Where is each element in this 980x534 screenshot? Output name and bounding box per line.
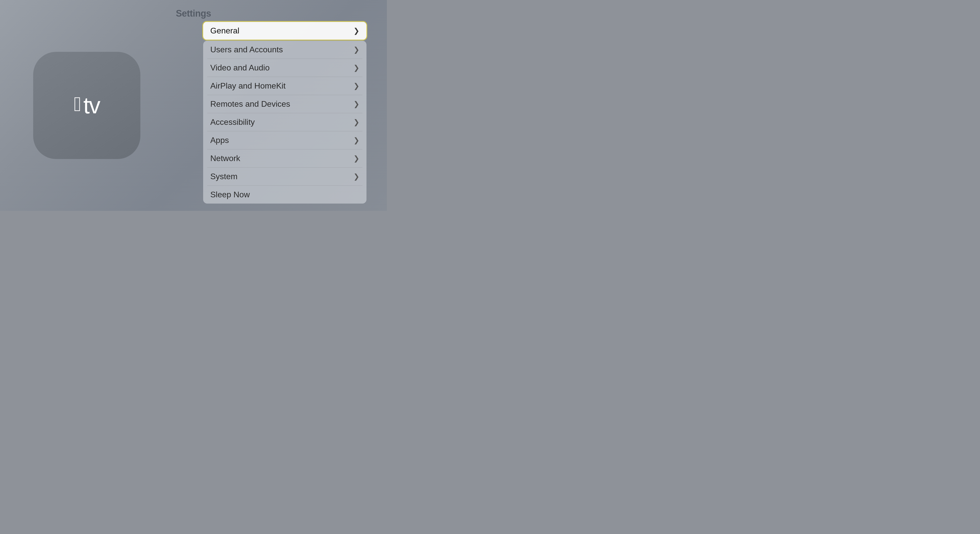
menu-item-video-audio[interactable]: Video and Audio ❯ bbox=[203, 59, 366, 77]
apple-icon:  bbox=[74, 94, 81, 114]
chevron-icon-general: ❯ bbox=[353, 27, 360, 35]
menu-item-airplay-homekit[interactable]: AirPlay and HomeKit ❯ bbox=[203, 77, 366, 95]
menu-item-label-airplay-homekit: AirPlay and HomeKit bbox=[210, 81, 286, 91]
menu-item-network[interactable]: Network ❯ bbox=[203, 149, 366, 167]
chevron-icon-system: ❯ bbox=[353, 172, 360, 181]
apple-tv-logo:  tv bbox=[33, 52, 140, 159]
menu-item-general[interactable]: General ❯ bbox=[203, 22, 366, 40]
menu-item-label-users-accounts: Users and Accounts bbox=[210, 45, 283, 54]
menu-item-label-remotes-devices: Remotes and Devices bbox=[210, 99, 290, 109]
menu-item-label-accessibility: Accessibility bbox=[210, 117, 255, 127]
settings-menu: General ❯ Users and Accounts ❯ Video and… bbox=[203, 22, 366, 204]
menu-item-label-sleep-now: Sleep Now bbox=[210, 190, 250, 199]
menu-item-users-accounts[interactable]: Users and Accounts ❯ bbox=[203, 41, 366, 59]
logo-text:  tv bbox=[74, 92, 100, 119]
menu-item-label-system: System bbox=[210, 172, 238, 181]
menu-item-label-network: Network bbox=[210, 154, 240, 163]
menu-item-apps[interactable]: Apps ❯ bbox=[203, 131, 366, 149]
menu-item-label-apps: Apps bbox=[210, 135, 229, 145]
menu-item-label-general: General bbox=[210, 26, 239, 35]
chevron-icon-network: ❯ bbox=[353, 154, 360, 163]
page-title: Settings bbox=[176, 8, 211, 19]
menu-item-remotes-devices[interactable]: Remotes and Devices ❯ bbox=[203, 95, 366, 113]
chevron-icon-users-accounts: ❯ bbox=[353, 45, 360, 54]
chevron-icon-accessibility: ❯ bbox=[353, 118, 360, 126]
menu-list: Users and Accounts ❯ Video and Audio ❯ A… bbox=[203, 41, 366, 204]
tv-text: tv bbox=[83, 92, 100, 119]
chevron-icon-airplay-homekit: ❯ bbox=[353, 82, 360, 90]
chevron-icon-remotes-devices: ❯ bbox=[353, 100, 360, 108]
chevron-icon-video-audio: ❯ bbox=[353, 64, 360, 72]
menu-item-accessibility[interactable]: Accessibility ❯ bbox=[203, 113, 366, 131]
chevron-icon-apps: ❯ bbox=[353, 136, 360, 145]
menu-item-sleep-now[interactable]: Sleep Now bbox=[203, 186, 366, 204]
menu-item-label-video-audio: Video and Audio bbox=[210, 63, 270, 72]
menu-item-system[interactable]: System ❯ bbox=[203, 167, 366, 185]
